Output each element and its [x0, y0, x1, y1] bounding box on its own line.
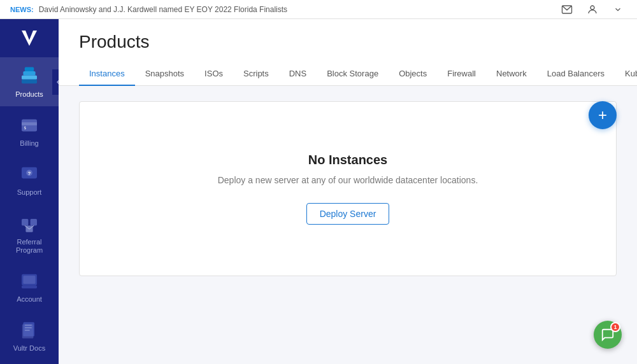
content-area: Products Instances Snapshots ISOs Script…	[59, 19, 637, 364]
svg-rect-25	[22, 325, 34, 339]
news-bar-actions	[558, 1, 627, 18]
tab-objects[interactable]: Objects	[389, 62, 437, 86]
support-icon: ?	[18, 163, 41, 186]
tab-instances[interactable]: Instances	[79, 62, 135, 86]
sidebar-products-label: Products	[15, 90, 43, 99]
svg-text:?: ?	[28, 171, 31, 176]
news-text: David Aninowsky and J.J. Kardwell named …	[39, 5, 287, 14]
sidebar-docs-label: Vultr Docs	[13, 344, 45, 353]
docs-icon	[18, 319, 41, 342]
sidebar-billing-label: Billing	[20, 139, 38, 148]
news-bar: NEWS: David Aninowsky and J.J. Kardwell …	[0, 0, 637, 19]
sidebar-item-docs[interactable]: Vultr Docs	[0, 311, 59, 360]
page-title: Products	[79, 32, 617, 52]
svg-rect-5	[25, 67, 34, 71]
sidebar-item-referral[interactable]: ReferralProgram	[0, 205, 59, 262]
sidebar-logo[interactable]	[0, 19, 59, 57]
svg-marker-2	[22, 31, 37, 46]
svg-rect-8	[22, 122, 37, 125]
sidebar-item-billing[interactable]: $ Billing	[0, 106, 59, 155]
svg-rect-4	[23, 71, 35, 75]
tab-snapshots[interactable]: Snapshots	[135, 62, 194, 86]
sidebar: Products $ Billing	[0, 19, 59, 364]
svg-rect-13	[22, 219, 28, 225]
svg-rect-20	[22, 285, 37, 288]
tab-firewall[interactable]: Firewall	[437, 62, 486, 86]
sidebar-item-support[interactable]: ? Support	[0, 155, 59, 204]
sidebar-account-label: Account	[17, 295, 42, 304]
sidebar-item-account[interactable]: Account	[0, 262, 59, 311]
empty-subtitle: Deploy a new server at any of our worldw…	[218, 175, 478, 185]
sidebar-item-products[interactable]: Products	[0, 57, 59, 106]
tab-load-balancers[interactable]: Load Balancers	[537, 62, 615, 86]
svg-rect-19	[23, 276, 35, 284]
svg-rect-14	[31, 219, 37, 225]
chat-badge: 1	[610, 322, 620, 332]
tab-scripts[interactable]: Scripts	[233, 62, 279, 86]
tab-network[interactable]: Network	[486, 62, 537, 86]
collapse-handle[interactable]	[52, 69, 59, 95]
referral-icon	[18, 213, 41, 235]
tabs-bar: Instances Snapshots ISOs Scripts DNS Blo…	[59, 62, 637, 86]
deploy-server-button[interactable]: Deploy Server	[306, 203, 390, 225]
svg-rect-3	[22, 75, 37, 79]
products-icon	[18, 65, 41, 88]
svg-text:$: $	[24, 126, 26, 131]
mail-icon[interactable]	[558, 1, 576, 18]
news-label: NEWS:	[10, 6, 34, 13]
main-layout: Products $ Billing	[0, 19, 637, 364]
dropdown-icon[interactable]	[609, 1, 627, 18]
svg-point-1	[590, 6, 594, 10]
page-header: Products	[59, 19, 637, 62]
empty-state-card: No Instances Deploy a new server at any …	[79, 101, 617, 276]
tab-kubernetes[interactable]: Kubernetes	[615, 62, 637, 86]
tab-isos[interactable]: ISOs	[194, 62, 233, 86]
tab-dns[interactable]: DNS	[279, 62, 317, 86]
account-icon[interactable]	[583, 1, 601, 18]
empty-title: No Instances	[308, 153, 387, 167]
sidebar-referral-label: ReferralProgram	[16, 238, 43, 255]
tab-block-storage[interactable]: Block Storage	[317, 62, 389, 86]
sidebar-support-label: Support	[17, 188, 42, 197]
account-sidebar-icon	[18, 270, 41, 293]
chat-bubble[interactable]: 1	[594, 321, 622, 349]
add-instance-button[interactable]: +	[589, 101, 617, 129]
billing-icon: $	[18, 114, 41, 137]
main-content: + No Instances Deploy a new server at an…	[59, 86, 637, 364]
svg-rect-6	[22, 80, 37, 83]
